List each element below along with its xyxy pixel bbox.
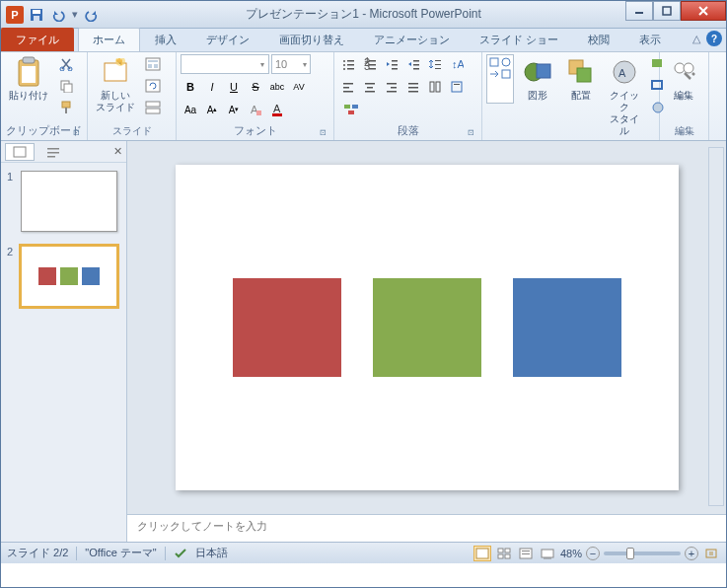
- editing-group-label: 編集: [664, 123, 704, 140]
- redo-icon[interactable]: [82, 5, 102, 25]
- text-direction-button[interactable]: ↕A: [447, 54, 467, 74]
- quick-styles-button[interactable]: A クイック スタイル: [605, 54, 644, 139]
- zoom-out-button[interactable]: −: [586, 547, 600, 560]
- underline-button[interactable]: U: [224, 77, 244, 97]
- bullets-button[interactable]: [338, 54, 358, 74]
- align-left-button[interactable]: [338, 77, 358, 97]
- svg-rect-86: [47, 152, 59, 154]
- powerpoint-icon: P: [6, 6, 24, 24]
- svg-rect-45: [435, 60, 441, 61]
- slide-canvas[interactable]: [127, 141, 726, 514]
- slide: [176, 165, 679, 490]
- shape-rectangle-blue[interactable]: [513, 278, 621, 377]
- svg-rect-90: [505, 549, 510, 552]
- zoom-in-button[interactable]: +: [685, 547, 698, 560]
- bold-button[interactable]: B: [181, 77, 200, 97]
- language[interactable]: 日本語: [195, 546, 228, 560]
- paste-button[interactable]: 貼り付け: [5, 54, 52, 104]
- tab-home[interactable]: ホーム: [78, 28, 140, 51]
- grow-font-button[interactable]: A▴: [202, 100, 222, 119]
- arrange-icon: [565, 56, 597, 88]
- character-spacing-button[interactable]: AV: [289, 77, 309, 97]
- slide-thumbnail-1[interactable]: 1: [7, 171, 120, 232]
- svg-rect-18: [148, 64, 152, 68]
- svg-rect-21: [146, 102, 160, 107]
- align-text-button[interactable]: [447, 77, 467, 97]
- svg-text:A: A: [618, 67, 626, 79]
- tab-design[interactable]: デザイン: [191, 28, 264, 51]
- section-icon[interactable]: [143, 98, 163, 117]
- vertical-scrollbar[interactable]: [708, 147, 724, 506]
- normal-view-button[interactable]: [473, 546, 491, 561]
- svg-rect-87: [47, 156, 55, 158]
- fit-to-window-button[interactable]: [702, 546, 720, 561]
- undo-icon[interactable]: [48, 5, 68, 25]
- font-size-combo[interactable]: 10▾: [271, 54, 311, 74]
- new-slide-button[interactable]: 新しい スライド: [92, 54, 139, 115]
- clear-formatting-button[interactable]: A: [246, 100, 265, 119]
- decrease-indent-button[interactable]: [382, 54, 401, 74]
- thumbnails-tab[interactable]: [5, 143, 35, 161]
- zoom-level[interactable]: 48%: [560, 548, 582, 559]
- slide-thumbnail-2[interactable]: 2: [7, 246, 120, 307]
- editing-button[interactable]: 編集: [664, 54, 703, 104]
- minimize-button[interactable]: [625, 1, 653, 21]
- dialog-launcher-icon[interactable]: ⊡: [318, 128, 327, 138]
- help-icon[interactable]: ?: [706, 31, 722, 46]
- shape-rectangle-red[interactable]: [233, 278, 341, 377]
- justify-button[interactable]: [403, 77, 423, 97]
- outline-tab[interactable]: [38, 143, 68, 161]
- spellcheck-icon[interactable]: [174, 547, 187, 560]
- reading-view-button[interactable]: [517, 546, 535, 561]
- arrange-button[interactable]: 配置: [561, 54, 601, 104]
- panel-close-icon[interactable]: ✕: [113, 145, 122, 158]
- maximize-button[interactable]: [653, 1, 681, 21]
- columns-button[interactable]: [425, 77, 445, 97]
- reset-icon[interactable]: [143, 76, 163, 96]
- slideshow-view-button[interactable]: [539, 546, 556, 561]
- qat-dropdown-icon[interactable]: ▾: [70, 5, 80, 25]
- cut-icon[interactable]: [56, 54, 76, 74]
- shrink-font-button[interactable]: A▾: [224, 100, 244, 119]
- tab-animations[interactable]: アニメーション: [359, 28, 465, 51]
- shadow-button[interactable]: abc: [267, 77, 287, 97]
- tab-review[interactable]: 校閲: [573, 28, 624, 51]
- svg-rect-20: [146, 80, 160, 92]
- minimize-ribbon-icon[interactable]: △: [692, 33, 700, 45]
- strikethrough-button[interactable]: S: [246, 77, 265, 97]
- font-combo[interactable]: ▾: [181, 54, 269, 74]
- zoom-slider[interactable]: [604, 551, 681, 555]
- close-button[interactable]: [681, 1, 726, 21]
- dialog-launcher-icon[interactable]: ⊡: [466, 128, 475, 138]
- shapes-button[interactable]: 図形: [518, 54, 557, 104]
- shapes-gallery[interactable]: [486, 54, 514, 104]
- italic-button[interactable]: I: [202, 77, 222, 97]
- tab-file[interactable]: ファイル: [1, 28, 74, 51]
- format-painter-icon[interactable]: [56, 98, 76, 117]
- align-right-button[interactable]: [382, 77, 401, 97]
- copy-icon[interactable]: [56, 76, 76, 96]
- numbering-button[interactable]: 123: [360, 54, 380, 74]
- svg-rect-50: [343, 87, 349, 89]
- change-case-button[interactable]: Aa: [181, 100, 200, 119]
- app-menu[interactable]: P: [5, 5, 25, 25]
- dialog-launcher-icon[interactable]: ⊡: [71, 128, 81, 138]
- svg-rect-49: [343, 83, 353, 85]
- align-center-button[interactable]: [360, 77, 380, 97]
- sorter-view-button[interactable]: [495, 546, 513, 561]
- notes-pane[interactable]: クリックしてノートを入力: [127, 514, 726, 542]
- tab-view[interactable]: 表示: [624, 28, 676, 51]
- tab-insert[interactable]: 挿入: [140, 28, 191, 51]
- increase-indent-button[interactable]: [403, 54, 423, 74]
- tab-transitions[interactable]: 画面切り替え: [264, 28, 359, 51]
- font-color-button[interactable]: A: [267, 100, 287, 119]
- line-spacing-button[interactable]: [425, 54, 445, 74]
- title-bar: P ▾ プレゼンテーション1 - Microsoft PowerPoint: [1, 1, 726, 29]
- convert-smartart-button[interactable]: [338, 100, 364, 119]
- svg-rect-61: [430, 82, 434, 92]
- layout-icon[interactable]: [143, 54, 163, 74]
- shape-rectangle-green[interactable]: [373, 278, 481, 377]
- svg-rect-70: [502, 70, 510, 78]
- save-icon[interactable]: [27, 5, 46, 25]
- tab-slideshow[interactable]: スライド ショー: [465, 28, 573, 51]
